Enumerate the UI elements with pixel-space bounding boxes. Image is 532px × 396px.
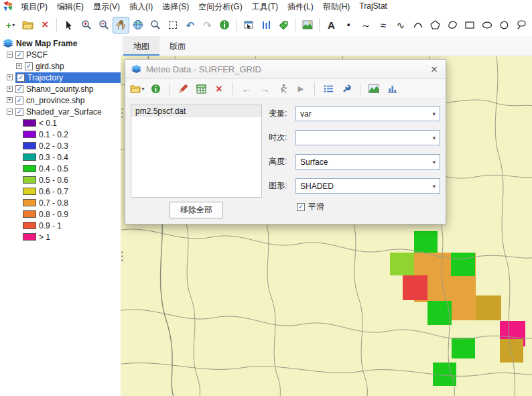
draw-polyline-button[interactable]: ～ <box>358 17 375 34</box>
lasso-select-button[interactable] <box>513 17 530 34</box>
identify-info-button[interactable] <box>216 17 233 34</box>
plot-type-select[interactable]: SHADED▾ <box>295 178 440 194</box>
file-list[interactable]: pm2.5pscf.dat <box>131 105 262 198</box>
tab-map[interactable]: 地图 <box>123 36 159 56</box>
legend-item[interactable]: 0.1 - 0.2 <box>0 129 121 140</box>
legend-item[interactable]: 0.4 - 0.5 <box>0 163 121 174</box>
tree-node-shaded-var-surface[interactable]: − ✓ Shaded_var_Surface <box>0 106 121 117</box>
dialog-step-button[interactable]: ▶ <box>293 82 308 96</box>
draw-rectangle-button[interactable] <box>462 17 478 34</box>
expand-icon[interactable]: + <box>7 74 13 80</box>
draw-arc-button[interactable] <box>409 17 426 34</box>
expand-icon[interactable]: + <box>7 97 13 103</box>
insert-text-button[interactable]: A <box>323 17 340 34</box>
redo-icon: ↷ <box>203 20 212 30</box>
menu-item-7[interactable]: 插件(L) <box>283 0 318 14</box>
layer-checkbox[interactable]: ✓ <box>15 85 23 93</box>
legend-item[interactable]: 0.2 - 0.3 <box>0 140 121 151</box>
dialog-close-button[interactable]: × <box>429 64 440 75</box>
legend-item[interactable]: > 1 <box>0 231 121 243</box>
time-select[interactable]: ▾ <box>295 130 440 145</box>
legend-item[interactable]: 0.6 - 0.7 <box>0 186 121 197</box>
layer-checkbox[interactable]: ✓ <box>25 62 33 70</box>
layer-checkbox[interactable]: ✓ <box>15 96 23 105</box>
tree-node-pscf[interactable]: − ✓ PSCF <box>0 49 121 60</box>
dialog-next-button[interactable]: → <box>257 82 272 96</box>
menu-item-2[interactable]: 显示(V) <box>88 0 125 14</box>
collapse-icon[interactable]: − <box>7 109 13 115</box>
dialog-map-plot-button[interactable] <box>367 82 381 96</box>
menu-item-5[interactable]: 空间分析(G) <box>194 0 247 14</box>
redo-button[interactable]: ↷ <box>199 17 216 34</box>
tree-node-cn-province[interactable]: + ✓ cn_province.shp <box>0 94 121 106</box>
layer-checkbox[interactable]: ✓ <box>15 51 23 59</box>
dialog-settings-button[interactable] <box>339 82 354 96</box>
undo-button[interactable]: ↶ <box>182 17 198 34</box>
tree-node-gird-shp[interactable]: + ✓ gird.shp <box>0 60 121 72</box>
draw-curve-button[interactable]: ∿ <box>392 17 409 34</box>
layer-checkbox[interactable]: ✓ <box>15 108 23 116</box>
legend-item[interactable]: 0.5 - 0.6 <box>0 174 121 186</box>
dialog-table-button[interactable] <box>194 82 208 96</box>
draw-polygon-button[interactable] <box>427 17 444 34</box>
splitter-handle[interactable] <box>121 249 124 263</box>
toolbar-separator <box>295 18 295 31</box>
layer-checkbox[interactable]: ✓ <box>17 74 25 82</box>
menu-item-8[interactable]: 帮助(H) <box>318 0 355 14</box>
tree-node-trajectory[interactable]: + ✓ Trajectory <box>0 72 121 83</box>
tab-layout[interactable]: 版面 <box>159 36 196 56</box>
variable-select[interactable]: var▾ <box>295 106 440 121</box>
draw-ellipse-button[interactable] <box>479 17 496 34</box>
zoom-in-button[interactable] <box>78 17 94 34</box>
splitter-handle[interactable] <box>121 106 124 120</box>
menu-item-3[interactable]: 插入(I) <box>125 0 157 14</box>
zoom-out-button[interactable] <box>95 17 112 34</box>
legend-item[interactable]: 0.3 - 0.4 <box>0 151 121 163</box>
dialog-titlebar[interactable]: Meteo Data - SURFER_GRID × <box>125 60 446 79</box>
expand-icon[interactable]: + <box>16 63 22 69</box>
menu-item-9[interactable]: TrajStat <box>354 0 392 14</box>
dialog-open-file-button[interactable]: ▾ <box>130 82 145 96</box>
full-extent-button[interactable] <box>130 17 147 34</box>
legend-item[interactable]: 0.7 - 0.8 <box>0 197 121 208</box>
dialog-prev-button[interactable]: ← <box>239 82 254 96</box>
open-file-button[interactable] <box>19 17 36 34</box>
menu-item-6[interactable]: 工具(T) <box>247 0 283 14</box>
tree-node-shanxi-county[interactable]: + ✓ Shanxi_county.shp <box>0 83 121 94</box>
label-button[interactable] <box>275 17 291 34</box>
select-rectangle-button[interactable] <box>164 17 181 34</box>
dialog-draw-button[interactable] <box>176 82 190 96</box>
file-list-item[interactable]: pm2.5pscf.dat <box>131 105 261 117</box>
collapse-icon[interactable]: − <box>7 52 13 58</box>
identify-feature-button[interactable] <box>241 17 257 34</box>
dialog-histogram-button[interactable] <box>385 82 399 96</box>
draw-freeform-button[interactable] <box>444 17 461 34</box>
tree-node-map-frame[interactable]: New Map Frame <box>0 38 121 49</box>
dialog-info-button[interactable] <box>148 82 163 96</box>
expand-icon[interactable]: + <box>7 86 13 92</box>
zoom-to-layer-button[interactable] <box>147 17 164 34</box>
menu-item-1[interactable]: 编辑(E) <box>52 0 88 14</box>
vertical-profile-button[interactable] <box>258 17 275 34</box>
map-view[interactable]: Meteo Data - SURFER_GRID × ▾ × ← → ▶ <box>121 56 532 396</box>
pan-button[interactable] <box>113 17 129 34</box>
dialog-list-button[interactable] <box>321 82 336 96</box>
remove-all-button[interactable]: 移除全部 <box>170 202 223 218</box>
menu-item-0[interactable]: 项目(P) <box>16 0 52 14</box>
smooth-checkbox[interactable]: ✓ <box>297 203 305 211</box>
legend-item[interactable]: 0.9 - 1 <box>0 220 121 231</box>
add-layer-button[interactable]: +▾ <box>2 17 19 34</box>
close-project-button[interactable]: × <box>37 17 54 34</box>
dialog-animate-button[interactable] <box>275 82 290 96</box>
legend-item[interactable]: 0.8 - 0.9 <box>0 208 121 220</box>
menu-item-4[interactable]: 选择(S) <box>157 0 194 14</box>
level-select[interactable]: Surface▾ <box>295 154 440 170</box>
select-cursor-button[interactable] <box>60 17 77 34</box>
draw-point-button[interactable]: ● <box>340 17 357 34</box>
legend-item[interactable]: < 0.1 <box>0 117 121 129</box>
dialog-remove-button[interactable]: × <box>212 82 226 96</box>
insert-image-button[interactable] <box>299 17 316 34</box>
dialog-body: pm2.5pscf.dat 移除全部 变量: var▾ 时次: ▾ <box>125 99 446 224</box>
draw-freehand-button[interactable]: ≈ <box>375 17 392 34</box>
draw-circle-button[interactable] <box>496 17 513 34</box>
